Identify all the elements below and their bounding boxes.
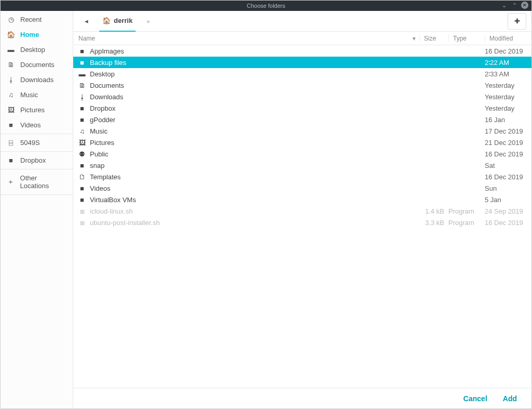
file-row[interactable]: 🗎DocumentsYesterday: [73, 80, 531, 91]
sidebar-item-downloads[interactable]: ⭳Downloads: [1, 72, 73, 87]
sort-indicator-icon[interactable]: ▾: [409, 35, 419, 42]
desktop-icon: ▬: [7, 46, 15, 54]
file-row[interactable]: 🖼Pictures21 Dec 2019: [73, 137, 531, 148]
file-modified: 16 Jan: [481, 116, 527, 124]
plus-icon: ＋: [7, 177, 15, 187]
file-row[interactable]: ■VideosSun: [73, 182, 531, 194]
cancel-button[interactable]: Cancel: [463, 394, 487, 403]
file-name: Documents: [90, 82, 415, 89]
video-icon: ■: [7, 121, 15, 129]
folder-icon: ■: [77, 196, 87, 204]
file-name: Backup files: [90, 59, 415, 67]
file-type: Program: [444, 207, 481, 215]
script-icon: ≣: [77, 207, 87, 215]
file-name: Music: [90, 127, 415, 135]
music-icon: ♫: [7, 91, 15, 99]
title-bar: Choose folders ⌄ ⌃ ✕: [1, 1, 531, 11]
file-modified: 17 Dec 2019: [481, 127, 527, 135]
file-row[interactable]: 🗋Templates16 Dec 2019: [73, 171, 531, 182]
file-modified: Sat: [481, 162, 527, 169]
sidebar-item-label: Music: [20, 91, 38, 99]
file-modified: Yesterday: [481, 82, 527, 89]
folder-icon: ■: [77, 116, 87, 124]
file-row[interactable]: ⭳DownloadsYesterday: [73, 91, 531, 102]
sidebar-item-home[interactable]: 🏠Home: [1, 27, 73, 42]
sidebar-item-label: Downloads: [20, 76, 54, 84]
sidebar-item-music[interactable]: ♫Music: [1, 87, 73, 102]
file-modified: 16 Dec 2019: [481, 219, 527, 227]
close-icon[interactable]: ✕: [521, 2, 528, 9]
minimize-icon[interactable]: ⌄: [500, 2, 508, 9]
file-row[interactable]: ♫Music17 Dec 2019: [73, 125, 531, 137]
column-headers: Name ▾ Size Type Modified: [73, 32, 531, 45]
file-name: VirtualBox VMs: [90, 196, 415, 204]
download-icon: ⭳: [7, 76, 15, 84]
file-row[interactable]: ■DropboxYesterday: [73, 102, 531, 114]
clock-icon: ◷: [7, 16, 15, 23]
column-type[interactable]: Type: [448, 35, 485, 42]
new-folder-icon: ✚: [514, 17, 520, 25]
file-row[interactable]: ≣icloud-linux.sh1.4 kBProgram24 Sep 2019: [73, 205, 531, 217]
file-row[interactable]: ■VirtualBox VMs5 Jan: [73, 194, 531, 205]
file-name: gPodder: [90, 116, 415, 124]
sidebar-item-recent[interactable]: ◷Recent: [1, 12, 73, 27]
sidebar-item-documents[interactable]: 🗎Documents: [1, 57, 73, 72]
maximize-icon[interactable]: ⌃: [511, 2, 518, 9]
file-list: ■AppImages16 Dec 2019■Backup files2∶22 A…: [73, 45, 531, 388]
file-modified: 2∶22 AM: [481, 59, 527, 67]
file-size: 1.4 kB: [415, 207, 444, 215]
sidebar-item-label: Documents: [20, 61, 55, 69]
file-name: Videos: [90, 184, 415, 192]
file-modified: 16 Dec 2019: [481, 150, 527, 158]
file-name: Desktop: [90, 70, 415, 78]
video-icon: ■: [77, 184, 87, 192]
file-name: ubuntu-post-installer.sh: [90, 219, 415, 227]
home-icon: 🏠: [7, 31, 15, 38]
file-row[interactable]: ■gPodder16 Jan: [73, 114, 531, 125]
home-icon: 🏠: [102, 17, 111, 24]
file-modified: Sun: [481, 184, 527, 192]
places-sidebar: ◷Recent🏠Home▬Desktop🗎Documents⭳Downloads…: [1, 11, 73, 408]
sidebar-item-label: Desktop: [20, 46, 45, 54]
forward-button[interactable]: ▸: [141, 14, 156, 29]
folder-icon: ■: [7, 156, 15, 164]
column-name[interactable]: Name: [73, 35, 409, 42]
file-modified: 2∶33 AM: [481, 70, 527, 78]
column-modified[interactable]: Modified: [485, 35, 531, 42]
file-row[interactable]: ▬Desktop2∶33 AM: [73, 68, 531, 80]
desktop-icon: ▬: [77, 70, 87, 78]
file-name: Public: [90, 150, 415, 158]
breadcrumb-current: derrik: [114, 17, 132, 24]
breadcrumb-home[interactable]: 🏠 derrik: [99, 11, 136, 32]
dialog-footer: Cancel Add: [73, 388, 531, 408]
file-row[interactable]: ≣ubuntu-post-installer.sh3.3 kBProgram16…: [73, 217, 531, 228]
document-icon: 🗎: [7, 61, 15, 69]
sidebar-item-5049s[interactable]: ⌸5049S: [1, 135, 73, 150]
pictures-icon: 🖼: [77, 139, 87, 147]
file-row[interactable]: ■AppImages16 Dec 2019: [73, 45, 531, 57]
template-icon: 🗋: [77, 173, 87, 181]
new-folder-button[interactable]: ✚: [508, 13, 526, 30]
file-modified: 5 Jan: [481, 196, 527, 204]
window-title: Choose folders: [247, 3, 285, 9]
sidebar-item-label: Dropbox: [20, 156, 46, 164]
file-name: Templates: [90, 173, 415, 181]
file-row[interactable]: ⚉Public16 Dec 2019: [73, 148, 531, 160]
folder-icon: ■: [77, 59, 87, 67]
sidebar-item-other-locations[interactable]: ＋Other Locations: [1, 170, 73, 193]
file-name: icloud-linux.sh: [90, 207, 415, 215]
sidebar-item-dropbox[interactable]: ■Dropbox: [1, 153, 73, 168]
file-modified: 16 Dec 2019: [481, 47, 527, 55]
sidebar-item-videos[interactable]: ■Videos: [1, 117, 73, 133]
file-row[interactable]: ■snapSat: [73, 160, 531, 171]
file-row[interactable]: ■Backup files2∶22 AM: [73, 57, 531, 68]
sidebar-item-label: Videos: [20, 121, 41, 129]
file-size: 3.3 kB: [415, 219, 444, 227]
sidebar-item-pictures[interactable]: 🖼Pictures: [1, 102, 73, 117]
add-button[interactable]: Add: [503, 394, 517, 403]
file-chooser-window: Choose folders ⌄ ⌃ ✕ ◷Recent🏠Home▬Deskto…: [0, 0, 532, 409]
back-button[interactable]: ◂: [78, 14, 94, 29]
sidebar-item-desktop[interactable]: ▬Desktop: [1, 42, 73, 57]
file-modified: 16 Dec 2019: [481, 173, 527, 181]
column-size[interactable]: Size: [419, 35, 448, 42]
